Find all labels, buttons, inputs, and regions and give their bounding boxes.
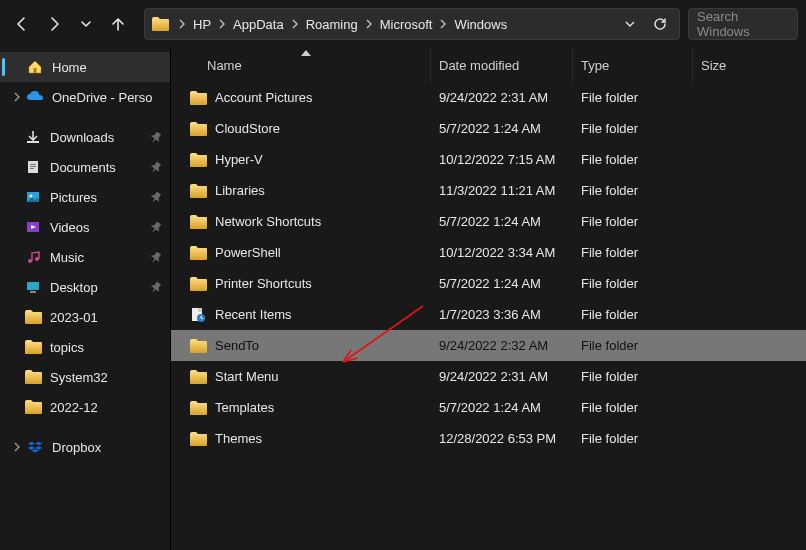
column-header-date[interactable]: Date modified <box>431 48 573 82</box>
file-type: File folder <box>573 400 693 415</box>
folder-icon <box>189 213 207 231</box>
file-name: Themes <box>215 431 262 446</box>
sidebar-item[interactable]: 2023-01 <box>0 302 170 332</box>
folder-icon <box>189 182 207 200</box>
breadcrumb-segment[interactable]: HP <box>189 17 215 32</box>
breadcrumb-segment[interactable]: Microsoft <box>376 17 437 32</box>
chevron-right-icon[interactable] <box>215 17 229 31</box>
table-row[interactable]: Printer Shortcuts5/7/2022 1:24 AMFile fo… <box>171 268 806 299</box>
svg-rect-0 <box>34 68 37 73</box>
chevron-right-icon[interactable] <box>362 17 376 31</box>
onedrive-icon <box>26 88 44 106</box>
recent-locations-button[interactable] <box>72 10 100 38</box>
toolbar: HPAppDataRoamingMicrosoftWindows Search … <box>0 0 806 48</box>
sidebar-item[interactable]: Music <box>0 242 170 272</box>
file-rows: Account Pictures9/24/2022 2:31 AMFile fo… <box>171 82 806 550</box>
address-bar[interactable]: HPAppDataRoamingMicrosoftWindows <box>144 8 680 40</box>
file-type: File folder <box>573 90 693 105</box>
pin-icon <box>148 280 162 294</box>
refresh-button[interactable] <box>647 11 673 37</box>
sidebar-item-label: Documents <box>50 160 148 175</box>
expand-caret[interactable] <box>10 442 24 452</box>
download-icon <box>24 128 42 146</box>
file-name: Network Shortcuts <box>215 214 321 229</box>
sidebar-item[interactable]: Videos <box>0 212 170 242</box>
sidebar-item-label: Pictures <box>50 190 148 205</box>
file-name: Printer Shortcuts <box>215 276 312 291</box>
file-type: File folder <box>573 121 693 136</box>
file-type: File folder <box>573 214 693 229</box>
pin-icon <box>148 190 162 204</box>
svg-rect-3 <box>30 164 36 165</box>
column-header-name[interactable]: Name <box>181 48 431 82</box>
sidebar-item-dropbox[interactable]: Dropbox <box>0 432 170 462</box>
svg-rect-1 <box>27 141 39 143</box>
video-icon <box>24 218 42 236</box>
home-icon <box>26 58 44 76</box>
address-dropdown-button[interactable] <box>617 11 643 37</box>
folder-icon <box>151 15 169 33</box>
folder-icon <box>189 120 207 138</box>
file-name: Start Menu <box>215 369 279 384</box>
sidebar-item[interactable]: Desktop <box>0 272 170 302</box>
folder-icon <box>24 338 42 356</box>
sidebar-item-label: Dropbox <box>52 440 162 455</box>
table-row[interactable]: PowerShell10/12/2022 3:34 AMFile folder <box>171 237 806 268</box>
file-date: 11/3/2022 11:21 AM <box>431 183 573 198</box>
breadcrumb-segment[interactable]: Roaming <box>302 17 362 32</box>
folder-icon <box>24 398 42 416</box>
sidebar-item[interactable]: Documents <box>0 152 170 182</box>
sidebar-item[interactable]: System32 <box>0 362 170 392</box>
sidebar-item-home[interactable]: Home <box>0 52 170 82</box>
file-name: CloudStore <box>215 121 280 136</box>
table-row[interactable]: Templates5/7/2022 1:24 AMFile folder <box>171 392 806 423</box>
column-headers: Name Date modified Type Size <box>171 48 806 82</box>
breadcrumb-segment[interactable]: AppData <box>229 17 288 32</box>
table-row[interactable]: Libraries11/3/2022 11:21 AMFile folder <box>171 175 806 206</box>
table-row[interactable]: Themes12/28/2022 6:53 PMFile folder <box>171 423 806 454</box>
file-date: 9/24/2022 2:32 AM <box>431 338 573 353</box>
table-row[interactable]: Start Menu9/24/2022 2:31 AMFile folder <box>171 361 806 392</box>
chevron-right-icon[interactable] <box>436 17 450 31</box>
file-type: File folder <box>573 276 693 291</box>
back-button[interactable] <box>8 10 36 38</box>
breadcrumb-segment[interactable]: Windows <box>450 17 511 32</box>
sidebar-item[interactable]: 2022-12 <box>0 392 170 422</box>
music-icon <box>24 248 42 266</box>
file-name: Templates <box>215 400 274 415</box>
svg-rect-4 <box>30 166 36 167</box>
sidebar-item[interactable]: topics <box>0 332 170 362</box>
folder-icon <box>189 430 207 448</box>
svg-rect-14 <box>198 308 202 312</box>
file-list-pane: Name Date modified Type Size Account Pic… <box>170 48 806 550</box>
sidebar-item-label: Desktop <box>50 280 148 295</box>
pin-icon <box>148 130 162 144</box>
search-placeholder: Search Windows <box>697 9 789 39</box>
sort-indicator-icon <box>301 50 311 56</box>
sidebar-item-onedrive[interactable]: OneDrive - Perso <box>0 82 170 112</box>
file-date: 9/24/2022 2:31 AM <box>431 90 573 105</box>
search-input[interactable]: Search Windows <box>688 8 798 40</box>
pin-icon <box>148 220 162 234</box>
sidebar-item[interactable]: Pictures <box>0 182 170 212</box>
table-row[interactable]: SendTo9/24/2022 2:32 AMFile folder <box>171 330 806 361</box>
up-button[interactable] <box>104 10 132 38</box>
column-header-size[interactable]: Size <box>693 48 806 82</box>
table-row[interactable]: CloudStore5/7/2022 1:24 AMFile folder <box>171 113 806 144</box>
folder-icon <box>189 337 207 355</box>
folder-icon <box>24 368 42 386</box>
file-date: 5/7/2022 1:24 AM <box>431 121 573 136</box>
forward-button[interactable] <box>40 10 68 38</box>
sidebar-item[interactable]: Downloads <box>0 122 170 152</box>
file-name: SendTo <box>215 338 259 353</box>
table-row[interactable]: Network Shortcuts5/7/2022 1:24 AMFile fo… <box>171 206 806 237</box>
expand-caret[interactable] <box>10 92 24 102</box>
table-row[interactable]: Recent Items1/7/2023 3:36 AMFile folder <box>171 299 806 330</box>
pin-icon <box>148 160 162 174</box>
chevron-right-icon[interactable] <box>175 17 189 31</box>
table-row[interactable]: Hyper-V10/12/2022 7:15 AMFile folder <box>171 144 806 175</box>
file-name: Recent Items <box>215 307 292 322</box>
table-row[interactable]: Account Pictures9/24/2022 2:31 AMFile fo… <box>171 82 806 113</box>
column-header-type[interactable]: Type <box>573 48 693 82</box>
chevron-right-icon[interactable] <box>288 17 302 31</box>
